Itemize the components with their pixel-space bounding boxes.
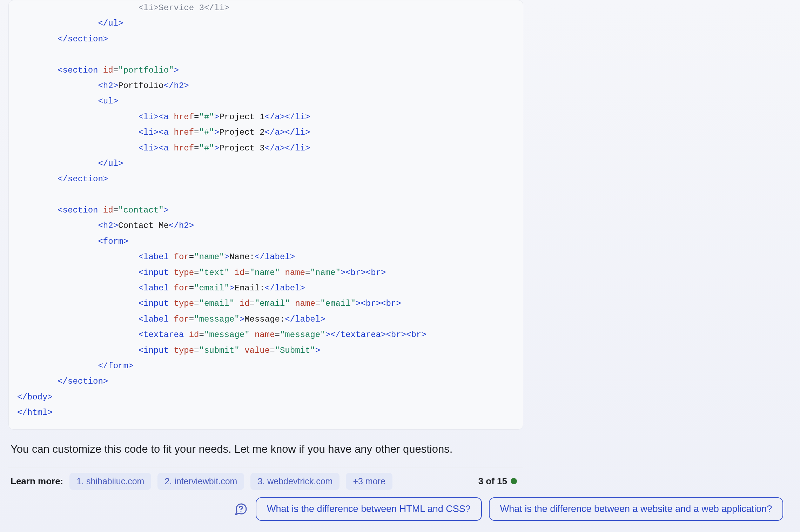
code-token-string: "message"	[204, 330, 250, 339]
code-token-tag: </label>	[265, 283, 305, 293]
response-counter-text: 3 of 15	[478, 476, 507, 487]
code-token-tag: >	[214, 128, 219, 137]
code-token-string: "text"	[199, 268, 229, 277]
code-token-tag: >	[224, 252, 229, 262]
code-token-string: "email"	[320, 299, 356, 308]
code-token-attr: name	[255, 330, 275, 339]
code-line: </section>	[17, 34, 108, 44]
code-token-text: Project 3	[219, 143, 265, 153]
code-token-string: "email"	[255, 299, 290, 308]
svg-point-0	[241, 511, 241, 512]
source-chip-more[interactable]: +3 more	[346, 473, 392, 490]
code-token-string: "message"	[280, 330, 325, 339]
code-line: </section>	[17, 377, 108, 386]
code-token-string: "email"	[199, 299, 235, 308]
code-token-attr: id	[103, 66, 113, 75]
source-chip[interactable]: 3. webdevtrick.com	[250, 473, 340, 490]
code-token-tag: <textarea	[17, 330, 189, 339]
code-token-attr: href	[174, 143, 194, 153]
code-token-eq: =	[244, 268, 249, 277]
code-token-string: "name"	[310, 268, 340, 277]
code-token-attr: name	[295, 299, 315, 308]
code-token-eq: =	[189, 252, 194, 262]
code-token-string: "portfolio"	[118, 66, 174, 75]
code-line: </ul>	[17, 19, 123, 28]
code-token-string: "contact"	[118, 206, 164, 215]
code-token-eq: =	[305, 268, 310, 277]
code-line: </section>	[17, 174, 108, 184]
code-token-eq: =	[189, 315, 194, 324]
suggestion-chip[interactable]: What is the difference between HTML and …	[256, 497, 482, 521]
code-token-attr: id	[103, 206, 113, 215]
code-token-string: "#"	[199, 128, 214, 137]
code-token-eq: =	[113, 66, 118, 75]
code-token-tag: </h2>	[169, 221, 194, 230]
suggestion-chip[interactable]: What is the difference between a website…	[489, 497, 784, 521]
source-chip[interactable]: 2. interviewbit.com	[157, 473, 244, 490]
assistant-message-text: You can customize this code to fit your …	[11, 443, 521, 456]
code-token-tag: <label	[17, 315, 174, 324]
code-token-tag: >	[164, 206, 169, 215]
code-line-faded: <li>Service 3</li>	[17, 3, 229, 13]
code-token-string: "email"	[194, 283, 229, 293]
code-token-attr: id	[189, 330, 199, 339]
code-token-tag: <h2>	[17, 81, 118, 90]
code-token-eq: =	[199, 330, 204, 339]
code-block: <li>Service 3</li> </ul> </section> <sec…	[8, 0, 523, 430]
code-token-eq: =	[194, 299, 199, 308]
code-token-text: Project 1	[219, 112, 265, 122]
code-token-tag: >	[315, 346, 320, 355]
code-token-attr: id	[240, 299, 250, 308]
code-line: </ul>	[17, 159, 123, 168]
code-content: <li>Service 3</li> </ul> </section> <sec…	[17, 0, 515, 421]
help-icon[interactable]	[233, 501, 249, 517]
code-line: <form>	[17, 237, 128, 246]
code-token-text: Name:	[229, 252, 255, 262]
code-token-tag: <li><a	[17, 128, 174, 137]
code-token-eq: =	[250, 299, 255, 308]
code-token-attr: for	[174, 252, 189, 262]
code-token-eq: =	[315, 299, 320, 308]
code-line: </html>	[17, 408, 53, 417]
code-token-tag: <li><a	[17, 143, 174, 153]
learn-more-label: Learn more:	[11, 476, 63, 487]
code-token-attr: value	[244, 346, 270, 355]
code-token-tag: <section	[17, 66, 103, 75]
learn-more-row: Learn more: 1. shihabiiuc.com 2. intervi…	[8, 467, 523, 495]
code-token-attr: for	[174, 315, 189, 324]
code-token-eq: =	[189, 283, 194, 293]
code-token-eq: =	[194, 128, 199, 137]
code-token-tag: >	[229, 283, 234, 293]
code-token-tag: >	[214, 112, 219, 122]
code-token-text: Message:	[244, 315, 285, 324]
code-token-tag: </label>	[285, 315, 325, 324]
code-token-string: "#"	[199, 143, 214, 153]
code-token-tag: </h2>	[164, 81, 189, 90]
code-token-attr: type	[174, 268, 194, 277]
code-token-tag: <section	[17, 206, 103, 215]
code-token-tag: <input	[17, 268, 174, 277]
code-token-tag: </label>	[255, 252, 295, 262]
code-token-tag: <label	[17, 252, 174, 262]
source-chip[interactable]: 1. shihabiiuc.com	[69, 473, 151, 490]
code-token-tag: ><br><br>	[356, 299, 401, 308]
code-token-eq: =	[194, 268, 199, 277]
code-token-string: "Submit"	[275, 346, 315, 355]
code-token-text: Contact Me	[118, 221, 169, 230]
suggestion-row: What is the difference between HTML and …	[233, 497, 783, 521]
response-counter[interactable]: 3 of 15	[478, 476, 517, 487]
code-token-tag: </a></li>	[265, 128, 310, 137]
code-token-tag: <h2>	[17, 221, 118, 230]
code-token-tag: ><br><br>	[341, 268, 386, 277]
code-token-tag: >	[240, 315, 244, 324]
code-token-tag: </a></li>	[265, 143, 310, 153]
code-line: </form>	[17, 361, 133, 371]
code-token-eq: =	[194, 112, 199, 122]
code-token-text: Portfolio	[118, 81, 164, 90]
code-token-attr: href	[174, 112, 194, 122]
code-token-text: Email:	[234, 283, 264, 293]
code-token-text: Project 2	[219, 128, 265, 137]
code-token-eq: =	[275, 330, 280, 339]
code-line: <ul>	[17, 96, 118, 106]
code-token-eq: =	[113, 206, 118, 215]
